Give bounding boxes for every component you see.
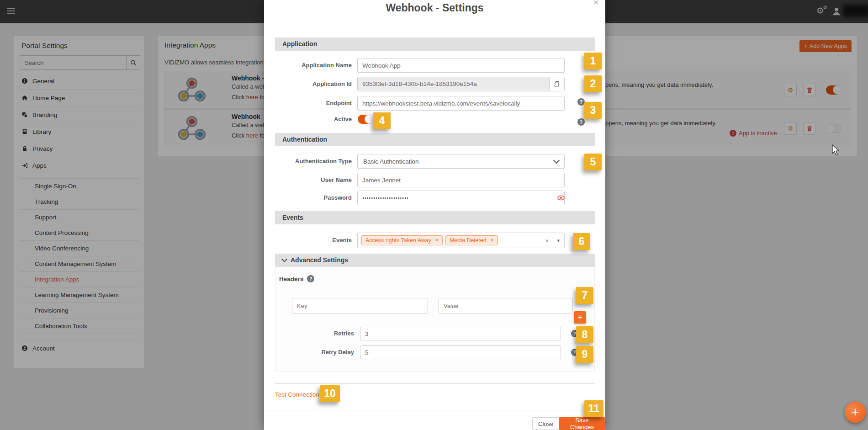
toggle-knob: [365, 114, 374, 124]
modal-header: Webhook - Settings ×: [264, 0, 605, 23]
active-label: Active: [275, 112, 352, 127]
annotation-badge-3: 3: [584, 102, 602, 119]
screen: ⚙ ⚙ Portal Settings General Home Page: [0, 0, 868, 430]
events-multiselect[interactable]: Access rights Taken Away × Media Deleted…: [357, 233, 565, 248]
events-label: Events: [275, 233, 352, 248]
event-tag: Access rights Taken Away ×: [361, 235, 443, 245]
divider: [275, 383, 595, 384]
endpoint-label: Endpoint: [275, 96, 352, 111]
selected-option: Basic Authentication: [363, 158, 419, 165]
application-name-input[interactable]: [357, 58, 565, 73]
advanced-settings-label: Advanced Settings: [291, 256, 348, 264]
headers-help-icon[interactable]: ?: [307, 275, 314, 282]
annotation-badge-6: 6: [573, 233, 590, 250]
active-toggle-on[interactable]: [358, 115, 373, 124]
retry-delay-input[interactable]: [360, 345, 561, 359]
active-help-icon[interactable]: ?: [577, 118, 585, 126]
password-input[interactable]: [357, 191, 565, 205]
annotation-badge-1: 1: [584, 53, 602, 69]
close-button[interactable]: Close: [532, 417, 559, 430]
annotation-badge-10: 10: [320, 385, 340, 402]
modal-close-icon[interactable]: ×: [593, 0, 599, 8]
clear-all-icon[interactable]: ×: [545, 237, 549, 244]
authentication-type-label: Authentication Type: [275, 154, 352, 169]
mouse-cursor: [831, 144, 841, 158]
eye-icon: [557, 194, 565, 202]
event-tag-label: Media Deleted: [450, 237, 487, 244]
save-changes-button[interactable]: Save Changes: [559, 417, 605, 430]
user-name-label: User Name: [275, 173, 352, 187]
floating-add-button[interactable]: +: [845, 402, 866, 423]
remove-tag-icon[interactable]: ×: [435, 237, 439, 244]
endpoint-input[interactable]: [357, 96, 565, 111]
authentication-type-select[interactable]: Basic Authentication: [357, 154, 565, 169]
application-id-value: 9353f3ef-3d18-430b-b14e-1853190e154a: [358, 77, 549, 91]
modal-title: Webhook - Settings: [264, 0, 605, 14]
headers-label: Headers: [279, 276, 303, 282]
test-connection-link[interactable]: Test Connection: [275, 391, 319, 398]
advanced-settings-panel: Headers ? + Retries ? Retry Delay ?: [275, 267, 595, 372]
webhook-settings-modal: Webhook - Settings × Application Applica…: [264, 0, 605, 430]
annotation-badge-7: 7: [576, 287, 593, 304]
annotation-badge-2: 2: [584, 75, 602, 92]
headers-label-row: Headers ?: [279, 275, 314, 282]
chevron-down-icon: [553, 157, 560, 164]
advanced-settings-toggle[interactable]: Advanced Settings: [275, 254, 595, 267]
add-header-button[interactable]: +: [574, 311, 586, 324]
remove-tag-icon[interactable]: ×: [491, 237, 494, 244]
copy-icon: [554, 81, 560, 87]
retry-delay-label: Retry Delay: [275, 345, 354, 359]
endpoint-help-icon[interactable]: ?: [577, 98, 585, 106]
retries-input[interactable]: [360, 327, 561, 340]
application-id-group: 9353f3ef-3d18-430b-b14e-1853190e154a: [357, 77, 565, 91]
application-id-label: Application Id: [275, 77, 352, 91]
modal-footer: Close Save Changes: [264, 410, 605, 430]
retries-label: Retries: [275, 327, 354, 340]
section-application: Application: [275, 37, 595, 51]
user-name-input[interactable]: [357, 173, 565, 187]
event-tag-label: Access rights Taken Away: [365, 237, 431, 244]
annotation-badge-4: 4: [373, 112, 391, 129]
password-label: Password: [275, 191, 352, 205]
section-authentication: Authentication: [275, 133, 595, 146]
copy-button[interactable]: [549, 77, 564, 91]
section-events: Events: [275, 211, 595, 224]
event-tag: Media Deleted ×: [445, 235, 498, 245]
chevron-down-icon: [281, 256, 287, 262]
annotation-badge-8: 8: [576, 326, 593, 343]
annotation-badge-5: 5: [584, 154, 602, 170]
dropdown-caret-icon[interactable]: ▾: [557, 238, 560, 244]
header-value-input[interactable]: [439, 298, 573, 313]
annotation-badge-9: 9: [576, 346, 593, 363]
application-name-label: Application Name: [275, 58, 352, 73]
header-key-input[interactable]: [292, 298, 428, 313]
show-password-button[interactable]: [557, 194, 565, 202]
annotation-badge-11: 11: [584, 400, 603, 417]
